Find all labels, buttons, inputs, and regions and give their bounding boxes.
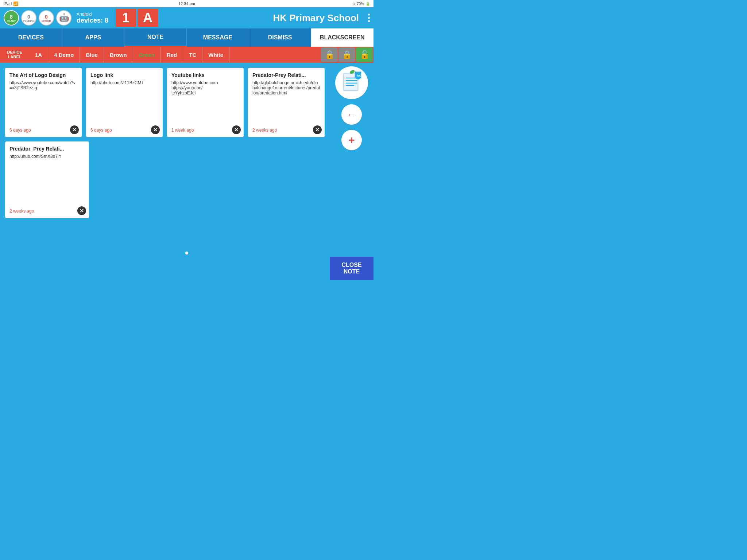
note-icon-svg: NOTE — [339, 70, 364, 96]
note-card-3: Youtube links http://www.youtube.com htt… — [167, 68, 244, 137]
note-card-5: Predator_Prey Relati... http://uhub.com/… — [5, 141, 89, 218]
note-url-1: https://www.youtube.com/watch?v=x3jTSB2e… — [9, 80, 77, 90]
note-url-2: http://uhub.com/Z11BzCMT — [90, 80, 158, 85]
platform-label: Android — [77, 12, 108, 17]
status-left: iPad 📶 — [4, 1, 18, 6]
ipad-label: iPad — [4, 1, 12, 6]
note-title-4: Predator-Prey Relati... — [252, 72, 320, 78]
school-name: HK Primary School — [273, 12, 359, 24]
svg-text:NOTE: NOTE — [357, 74, 364, 77]
pending-label: PENDING — [23, 20, 35, 22]
note-time-3: 1 week ago — [171, 128, 239, 133]
note-close-5[interactable]: ✕ — [77, 206, 86, 215]
main-content: The Art of Logo Design https://www.youtu… — [0, 63, 374, 280]
tab-apps[interactable]: APPS — [62, 28, 125, 47]
note-url-5: http://uhub.com/SmX8o7lY — [9, 154, 85, 159]
menu-dots-button[interactable] — [368, 14, 370, 22]
rotation-icon: ⊙ — [352, 2, 355, 6]
status-bar: iPad 📶 12:34 pm ⊙ 70% 🔋 — [0, 0, 374, 7]
note-title-2: Logo link — [90, 72, 158, 78]
wifi-icon: 📶 — [13, 1, 18, 6]
lock-btn-1[interactable]: 🔒 — [321, 47, 338, 62]
pending-count: 0 — [23, 14, 35, 20]
label-tab-1a[interactable]: 1A — [29, 47, 48, 63]
back-icon: ← — [347, 109, 356, 120]
note-card-4: Predator-Prey Relati... http://globalcha… — [248, 68, 325, 137]
note-time-4: 2 weeks ago — [252, 128, 320, 133]
label-tab-green[interactable]: Green — [133, 47, 161, 63]
note-close-4[interactable]: ✕ — [313, 125, 322, 134]
android-icon: 🤖 — [59, 13, 69, 23]
note-card-1: The Art of Logo Design https://www.youtu… — [5, 68, 82, 137]
label-tab-4demo[interactable]: 4 Demo — [48, 47, 80, 63]
label-tab-red[interactable]: Red — [161, 47, 183, 63]
tab-devices[interactable]: DEVICES — [0, 28, 62, 47]
add-button[interactable]: + — [341, 130, 362, 150]
note-title-5: Predator_Prey Relati... — [9, 146, 85, 152]
ready-label: READY — [7, 20, 16, 22]
label-tab-blue[interactable]: Blue — [80, 47, 104, 63]
close-note-button[interactable]: CLOSE NOTE — [330, 257, 374, 280]
close-note-label: CLOSE NOTE — [341, 262, 361, 275]
right-panel: NOTE ← + CLOSE NOTE — [330, 63, 374, 280]
ready-badge: 8 READY — [4, 10, 19, 26]
lock-btn-2[interactable]: 🔒 — [338, 47, 355, 62]
note-time-5: 2 weeks ago — [9, 209, 85, 214]
devices-count: devices: 8 — [77, 17, 108, 24]
lock-icon-3: 🔓 — [360, 50, 369, 59]
label-tab-white[interactable]: White — [202, 47, 229, 63]
status-right: ⊙ 70% 🔋 — [352, 2, 370, 6]
class-number: 1 — [116, 9, 136, 27]
note-time-1: 6 days ago — [9, 128, 77, 133]
lock-btn-3[interactable]: 🔓 — [356, 47, 373, 62]
pending-badge: 0 PENDING — [21, 10, 36, 26]
battery-icon: 🔋 — [365, 2, 370, 6]
lock-icons: 🔒 🔒 🔓 — [321, 47, 374, 62]
dot3 — [368, 20, 370, 22]
note-icon-circle: NOTE — [335, 66, 368, 99]
android-badge: 🤖 — [56, 10, 71, 26]
notes-row-1: The Art of Logo Design https://www.youtu… — [5, 68, 325, 137]
note-url-3: http://www.youtube.com https://youtu.be/… — [171, 80, 239, 96]
lock-icon-2: 🔒 — [342, 50, 352, 59]
dot1 — [368, 14, 370, 16]
device-label-row: DEVICELABEL 1A 4 Demo Blue Brown Green R… — [0, 47, 374, 63]
nav-tabs: DEVICES APPS NOTE MESSAGE DISMISS BLACKS… — [0, 28, 374, 47]
tab-message[interactable]: MESSAGE — [187, 28, 249, 47]
ready-count: 8 — [7, 14, 16, 20]
note-card-2: Logo link http://uhub.com/Z11BzCMT 6 day… — [86, 68, 163, 137]
tab-dismiss[interactable]: DISMISS — [249, 28, 311, 47]
tab-blackscreen[interactable]: BLACKSCREEN — [311, 28, 374, 47]
add-icon: + — [348, 134, 355, 146]
notes-area: The Art of Logo Design https://www.youtu… — [0, 63, 330, 280]
tab-note[interactable]: NOTE — [124, 28, 187, 47]
device-info: Android devices: 8 — [77, 12, 108, 24]
note-title-3: Youtube links — [171, 72, 239, 78]
dot2 — [368, 17, 370, 19]
class-letter: A — [138, 9, 158, 27]
error-count: 0 — [42, 14, 51, 20]
note-close-3[interactable]: ✕ — [232, 125, 241, 134]
page-dots — [185, 252, 188, 254]
note-close-1[interactable]: ✕ — [70, 125, 79, 134]
back-button[interactable]: ← — [341, 104, 362, 125]
notes-row-2: Predator_Prey Relati... http://uhub.com/… — [5, 141, 325, 218]
note-url-4: http://globalchange.umich.edu/globalchan… — [252, 80, 320, 96]
status-time: 12:34 pm — [178, 1, 195, 6]
lock-icon-1: 🔒 — [325, 50, 334, 59]
note-time-2: 6 days ago — [90, 128, 158, 133]
class-badge: 1 A — [116, 9, 158, 27]
error-label: ERROR — [42, 20, 51, 22]
label-tab-brown[interactable]: Brown — [104, 47, 133, 63]
top-header: 8 READY 0 PENDING 0 ERROR 🤖 Android devi… — [0, 7, 374, 28]
battery-pct: 70% — [357, 2, 364, 6]
note-close-2[interactable]: ✕ — [151, 125, 160, 134]
error-badge: 0 ERROR — [39, 10, 54, 26]
page-dot-1 — [185, 252, 188, 254]
note-title-1: The Art of Logo Design — [9, 72, 77, 78]
device-label-header: DEVICELABEL — [0, 47, 29, 63]
label-tab-tc[interactable]: TC — [183, 47, 202, 63]
